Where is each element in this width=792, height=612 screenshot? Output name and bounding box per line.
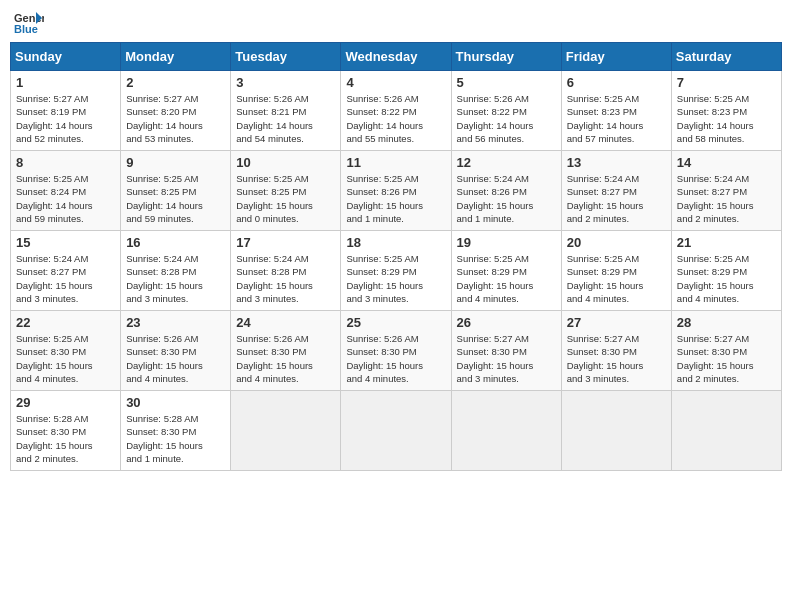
calendar-cell: 2Sunrise: 5:27 AM Sunset: 8:20 PM Daylig… [121,71,231,151]
day-number: 10 [236,155,335,170]
svg-text:Blue: Blue [14,23,38,34]
day-number: 30 [126,395,225,410]
calendar-cell: 15Sunrise: 5:24 AM Sunset: 8:27 PM Dayli… [11,231,121,311]
day-number: 25 [346,315,445,330]
calendar-cell: 4Sunrise: 5:26 AM Sunset: 8:22 PM Daylig… [341,71,451,151]
calendar-cell: 18Sunrise: 5:25 AM Sunset: 8:29 PM Dayli… [341,231,451,311]
day-number: 27 [567,315,666,330]
calendar-cell: 23Sunrise: 5:26 AM Sunset: 8:30 PM Dayli… [121,311,231,391]
day-info: Sunrise: 5:27 AM Sunset: 8:30 PM Dayligh… [677,332,776,385]
day-number: 24 [236,315,335,330]
calendar-cell: 30Sunrise: 5:28 AM Sunset: 8:30 PM Dayli… [121,391,231,471]
day-info: Sunrise: 5:25 AM Sunset: 8:23 PM Dayligh… [567,92,666,145]
day-info: Sunrise: 5:27 AM Sunset: 8:20 PM Dayligh… [126,92,225,145]
day-number: 18 [346,235,445,250]
weekday-header-row: SundayMondayTuesdayWednesdayThursdayFrid… [11,43,782,71]
day-info: Sunrise: 5:25 AM Sunset: 8:25 PM Dayligh… [236,172,335,225]
logo: General Blue [14,10,48,34]
day-number: 6 [567,75,666,90]
day-number: 1 [16,75,115,90]
weekday-header-tuesday: Tuesday [231,43,341,71]
calendar-cell: 5Sunrise: 5:26 AM Sunset: 8:22 PM Daylig… [451,71,561,151]
day-info: Sunrise: 5:25 AM Sunset: 8:29 PM Dayligh… [677,252,776,305]
day-number: 4 [346,75,445,90]
calendar-cell: 28Sunrise: 5:27 AM Sunset: 8:30 PM Dayli… [671,311,781,391]
weekday-header-thursday: Thursday [451,43,561,71]
day-number: 5 [457,75,556,90]
day-number: 9 [126,155,225,170]
day-info: Sunrise: 5:26 AM Sunset: 8:22 PM Dayligh… [346,92,445,145]
day-info: Sunrise: 5:25 AM Sunset: 8:29 PM Dayligh… [457,252,556,305]
calendar-cell: 6Sunrise: 5:25 AM Sunset: 8:23 PM Daylig… [561,71,671,151]
day-info: Sunrise: 5:28 AM Sunset: 8:30 PM Dayligh… [16,412,115,465]
calendar-cell: 1Sunrise: 5:27 AM Sunset: 8:19 PM Daylig… [11,71,121,151]
logo-icon: General Blue [14,10,44,34]
day-info: Sunrise: 5:26 AM Sunset: 8:30 PM Dayligh… [346,332,445,385]
day-info: Sunrise: 5:28 AM Sunset: 8:30 PM Dayligh… [126,412,225,465]
day-number: 2 [126,75,225,90]
day-info: Sunrise: 5:24 AM Sunset: 8:28 PM Dayligh… [126,252,225,305]
day-info: Sunrise: 5:27 AM Sunset: 8:30 PM Dayligh… [567,332,666,385]
day-number: 26 [457,315,556,330]
calendar-week-3: 15Sunrise: 5:24 AM Sunset: 8:27 PM Dayli… [11,231,782,311]
calendar-cell: 8Sunrise: 5:25 AM Sunset: 8:24 PM Daylig… [11,151,121,231]
calendar-cell: 13Sunrise: 5:24 AM Sunset: 8:27 PM Dayli… [561,151,671,231]
day-number: 3 [236,75,335,90]
calendar-cell: 20Sunrise: 5:25 AM Sunset: 8:29 PM Dayli… [561,231,671,311]
day-info: Sunrise: 5:24 AM Sunset: 8:27 PM Dayligh… [677,172,776,225]
calendar-week-5: 29Sunrise: 5:28 AM Sunset: 8:30 PM Dayli… [11,391,782,471]
calendar-cell: 9Sunrise: 5:25 AM Sunset: 8:25 PM Daylig… [121,151,231,231]
calendar-cell: 10Sunrise: 5:25 AM Sunset: 8:25 PM Dayli… [231,151,341,231]
day-info: Sunrise: 5:26 AM Sunset: 8:22 PM Dayligh… [457,92,556,145]
calendar-cell [451,391,561,471]
calendar-cell: 11Sunrise: 5:25 AM Sunset: 8:26 PM Dayli… [341,151,451,231]
day-info: Sunrise: 5:25 AM Sunset: 8:26 PM Dayligh… [346,172,445,225]
day-info: Sunrise: 5:24 AM Sunset: 8:27 PM Dayligh… [567,172,666,225]
day-number: 11 [346,155,445,170]
day-number: 8 [16,155,115,170]
header: General Blue [10,10,782,34]
day-number: 21 [677,235,776,250]
day-info: Sunrise: 5:25 AM Sunset: 8:29 PM Dayligh… [346,252,445,305]
calendar-cell [231,391,341,471]
day-info: Sunrise: 5:25 AM Sunset: 8:25 PM Dayligh… [126,172,225,225]
weekday-header-sunday: Sunday [11,43,121,71]
day-number: 15 [16,235,115,250]
day-info: Sunrise: 5:27 AM Sunset: 8:30 PM Dayligh… [457,332,556,385]
day-info: Sunrise: 5:25 AM Sunset: 8:23 PM Dayligh… [677,92,776,145]
day-number: 23 [126,315,225,330]
day-number: 13 [567,155,666,170]
day-info: Sunrise: 5:24 AM Sunset: 8:27 PM Dayligh… [16,252,115,305]
day-info: Sunrise: 5:24 AM Sunset: 8:26 PM Dayligh… [457,172,556,225]
day-info: Sunrise: 5:25 AM Sunset: 8:30 PM Dayligh… [16,332,115,385]
calendar-cell [671,391,781,471]
day-number: 29 [16,395,115,410]
day-number: 20 [567,235,666,250]
calendar-cell: 12Sunrise: 5:24 AM Sunset: 8:26 PM Dayli… [451,151,561,231]
calendar-cell: 26Sunrise: 5:27 AM Sunset: 8:30 PM Dayli… [451,311,561,391]
calendar-cell: 19Sunrise: 5:25 AM Sunset: 8:29 PM Dayli… [451,231,561,311]
calendar-week-2: 8Sunrise: 5:25 AM Sunset: 8:24 PM Daylig… [11,151,782,231]
day-number: 7 [677,75,776,90]
calendar-cell: 17Sunrise: 5:24 AM Sunset: 8:28 PM Dayli… [231,231,341,311]
calendar-cell [341,391,451,471]
weekday-header-wednesday: Wednesday [341,43,451,71]
day-number: 12 [457,155,556,170]
day-number: 19 [457,235,556,250]
calendar-cell: 29Sunrise: 5:28 AM Sunset: 8:30 PM Dayli… [11,391,121,471]
calendar-cell: 21Sunrise: 5:25 AM Sunset: 8:29 PM Dayli… [671,231,781,311]
day-number: 17 [236,235,335,250]
calendar-cell: 24Sunrise: 5:26 AM Sunset: 8:30 PM Dayli… [231,311,341,391]
weekday-header-friday: Friday [561,43,671,71]
day-number: 28 [677,315,776,330]
calendar-table: SundayMondayTuesdayWednesdayThursdayFrid… [10,42,782,471]
calendar-cell: 7Sunrise: 5:25 AM Sunset: 8:23 PM Daylig… [671,71,781,151]
weekday-header-saturday: Saturday [671,43,781,71]
day-info: Sunrise: 5:26 AM Sunset: 8:21 PM Dayligh… [236,92,335,145]
day-number: 14 [677,155,776,170]
calendar-cell [561,391,671,471]
day-info: Sunrise: 5:26 AM Sunset: 8:30 PM Dayligh… [126,332,225,385]
calendar-cell: 16Sunrise: 5:24 AM Sunset: 8:28 PM Dayli… [121,231,231,311]
calendar-cell: 25Sunrise: 5:26 AM Sunset: 8:30 PM Dayli… [341,311,451,391]
day-info: Sunrise: 5:25 AM Sunset: 8:29 PM Dayligh… [567,252,666,305]
